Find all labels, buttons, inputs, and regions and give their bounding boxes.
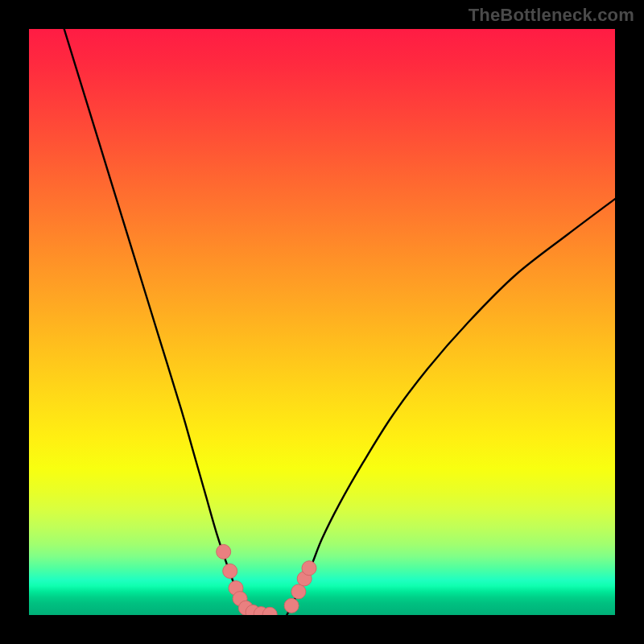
data-marker (291, 584, 306, 599)
data-marker (284, 598, 299, 613)
data-marker (223, 564, 237, 578)
data-marker (302, 561, 316, 576)
chart-frame: TheBottleneck.com (0, 0, 644, 644)
data-marker (217, 544, 231, 559)
right-curve (287, 199, 615, 615)
left-curve (64, 29, 246, 615)
data-markers (217, 544, 316, 615)
chart-svg (29, 29, 615, 615)
watermark-text: TheBottleneck.com (469, 5, 634, 26)
plot-area (29, 29, 615, 615)
